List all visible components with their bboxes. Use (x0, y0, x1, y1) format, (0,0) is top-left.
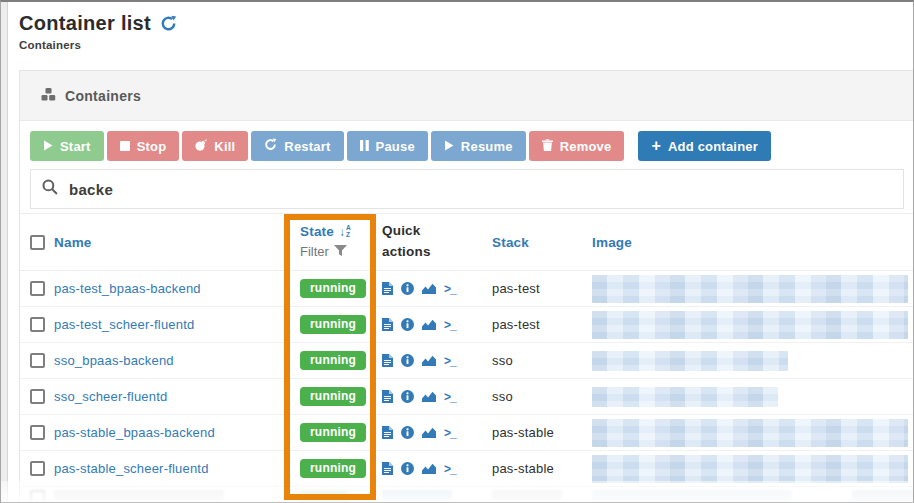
area-chart-icon[interactable] (422, 283, 436, 294)
stop-icon (120, 139, 130, 154)
funnel-icon[interactable] (334, 242, 347, 260)
image-redacted (592, 311, 908, 339)
resume-button[interactable]: Resume (431, 131, 526, 161)
bomb-icon (195, 139, 207, 154)
terminal-icon[interactable]: >_ (444, 426, 456, 440)
row-checkbox[interactable] (30, 281, 45, 296)
widget-title: Containers (65, 88, 141, 104)
refresh-icon (264, 138, 277, 154)
status-badge: running (300, 351, 366, 370)
page-left-gutter (1, 2, 8, 502)
container-name-link[interactable]: sso_bpaas-backend (54, 353, 174, 368)
area-chart-icon[interactable] (422, 319, 436, 330)
row-checkbox[interactable] (30, 461, 45, 476)
terminal-icon[interactable]: >_ (444, 282, 456, 296)
stack-name: pas-test (492, 317, 540, 332)
file-text-icon[interactable] (382, 426, 393, 439)
page-title: Container list (19, 12, 177, 35)
status-badge: running (300, 315, 366, 334)
containers-icon (41, 88, 56, 104)
row-checkbox[interactable] (30, 353, 45, 368)
column-header-quick-actions: Quick actions (382, 221, 444, 263)
portainer-container-list-screen: Container list Containers Containers (0, 0, 914, 503)
file-text-icon[interactable] (382, 390, 393, 403)
info-circle-icon[interactable] (401, 462, 414, 475)
widget-header: Containers (20, 71, 914, 121)
table-row: pas-test_bpaas-backend running (20, 271, 914, 307)
remove-button[interactable]: Remove (529, 131, 625, 161)
page-header: Container list Containers (19, 12, 177, 51)
file-text-icon[interactable] (382, 354, 393, 367)
column-header-name[interactable]: Name (54, 235, 92, 250)
container-name-link[interactable]: pas-stable_scheer-fluentd (54, 461, 209, 476)
area-chart-icon[interactable] (422, 427, 436, 438)
file-text-icon[interactable] (382, 462, 393, 475)
row-checkbox[interactable] (30, 317, 45, 332)
table-body: pas-test_bpaas-backend running (20, 271, 914, 487)
info-circle-icon[interactable] (401, 282, 414, 295)
column-header-stack[interactable]: Stack (492, 235, 529, 250)
terminal-icon[interactable]: >_ (444, 354, 456, 368)
plus-icon: + (651, 138, 661, 154)
table-row: pas-test_scheer-fluentd running (20, 307, 914, 343)
column-header-image[interactable]: Image (592, 235, 632, 250)
status-badge: running (300, 459, 366, 478)
stack-name: pas-stable (492, 425, 554, 440)
container-name-link[interactable]: pas-test_bpaas-backend (54, 281, 201, 296)
page-title-text: Container list (19, 12, 151, 35)
column-header-state[interactable]: State (300, 224, 334, 239)
refresh-icon[interactable] (160, 15, 177, 32)
info-circle-icon[interactable] (401, 390, 414, 403)
table-row: sso_bpaas-backend running (20, 343, 914, 379)
image-redacted (592, 455, 908, 483)
sort-alpha-down-icon[interactable]: ↓ AZ (339, 225, 351, 239)
file-text-icon[interactable] (382, 282, 393, 295)
status-badge: running (300, 387, 366, 406)
trash-icon (542, 139, 553, 154)
search-input[interactable] (69, 181, 903, 198)
stack-name: sso (492, 389, 513, 404)
pause-icon (360, 139, 369, 154)
status-badge: running (300, 279, 366, 298)
containers-widget: Containers Start Stop Kill (19, 70, 914, 502)
image-redacted (592, 275, 908, 303)
restart-button[interactable]: Restart (251, 131, 343, 161)
info-circle-icon[interactable] (401, 354, 414, 367)
file-text-icon[interactable] (382, 318, 393, 331)
area-chart-icon[interactable] (422, 391, 436, 402)
play-icon (43, 139, 53, 154)
image-redacted (592, 419, 908, 447)
terminal-icon[interactable]: >_ (444, 318, 456, 332)
info-circle-icon[interactable] (401, 426, 414, 439)
add-container-button[interactable]: + Add container (638, 131, 771, 161)
table-header-row: Name State ↓ AZ Filter (20, 213, 914, 271)
terminal-icon[interactable]: >_ (444, 462, 456, 476)
area-chart-icon[interactable] (422, 463, 436, 474)
start-button[interactable]: Start (30, 131, 104, 161)
row-checkbox[interactable] (30, 389, 45, 404)
search-bar (30, 169, 904, 209)
stop-button[interactable]: Stop (107, 131, 180, 161)
table-row: pas-stable_bpaas-backend running (20, 415, 914, 451)
stack-name: sso (492, 353, 513, 368)
row-checkbox[interactable] (30, 425, 45, 440)
info-circle-icon[interactable] (401, 318, 414, 331)
play-icon (444, 139, 454, 154)
terminal-icon[interactable]: >_ (444, 390, 456, 404)
pause-button[interactable]: Pause (347, 131, 428, 161)
area-chart-icon[interactable] (422, 355, 436, 366)
stack-name: pas-stable (492, 461, 554, 476)
container-name-link[interactable]: pas-stable_bpaas-backend (54, 425, 215, 440)
image-redacted (592, 387, 778, 407)
container-name-link[interactable]: sso_scheer-fluentd (54, 389, 167, 404)
image-redacted (592, 351, 788, 371)
kill-button[interactable]: Kill (182, 131, 248, 161)
breadcrumb: Containers (19, 39, 177, 51)
bottom-fade (1, 481, 913, 502)
select-all-checkbox[interactable] (30, 235, 45, 250)
state-filter-label[interactable]: Filter (300, 244, 329, 259)
containers-table: Name State ↓ AZ Filter (20, 213, 914, 503)
table-row: sso_scheer-fluentd running (20, 379, 914, 415)
container-name-link[interactable]: pas-test_scheer-fluentd (54, 317, 194, 332)
status-badge: running (300, 423, 366, 442)
